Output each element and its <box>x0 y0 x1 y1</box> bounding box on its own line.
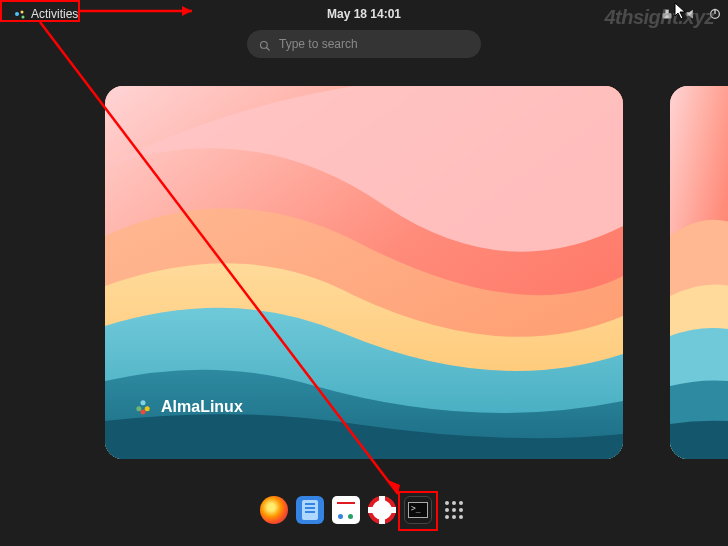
workspace-thumbnail-next[interactable] <box>670 86 728 459</box>
distro-label: AlmaLinux <box>161 398 243 416</box>
activities-button[interactable]: Activities <box>6 4 86 24</box>
watermark: 4thsight.xyz <box>604 6 714 29</box>
almalinux-icon <box>133 397 153 417</box>
svg-point-2 <box>22 16 25 19</box>
search-bar[interactable] <box>247 30 481 58</box>
show-apps-icon[interactable] <box>440 496 468 524</box>
search-icon <box>259 38 271 50</box>
software-icon[interactable] <box>332 496 360 524</box>
svg-line-8 <box>267 48 270 51</box>
dock <box>256 492 472 528</box>
svg-point-1 <box>21 11 24 14</box>
svg-point-10 <box>141 400 146 405</box>
svg-point-7 <box>261 42 268 49</box>
svg-point-12 <box>145 406 150 411</box>
clock[interactable]: May 18 14:01 <box>327 7 401 21</box>
svg-point-13 <box>141 410 146 415</box>
help-icon[interactable] <box>368 496 396 524</box>
svg-point-0 <box>15 12 19 16</box>
cursor-icon <box>674 2 688 20</box>
svg-point-11 <box>136 406 141 411</box>
workspace-thumbnail-main[interactable]: AlmaLinux <box>105 86 623 459</box>
terminal-icon[interactable] <box>404 496 432 524</box>
text-editor-icon[interactable] <box>296 496 324 524</box>
activities-label: Activities <box>31 7 78 21</box>
search-input[interactable] <box>279 37 469 51</box>
svg-rect-6 <box>714 9 715 14</box>
firefox-icon[interactable] <box>260 496 288 524</box>
distro-logo: AlmaLinux <box>133 397 243 417</box>
workspace-overview: AlmaLinux <box>0 85 728 460</box>
activities-icon <box>14 8 26 20</box>
